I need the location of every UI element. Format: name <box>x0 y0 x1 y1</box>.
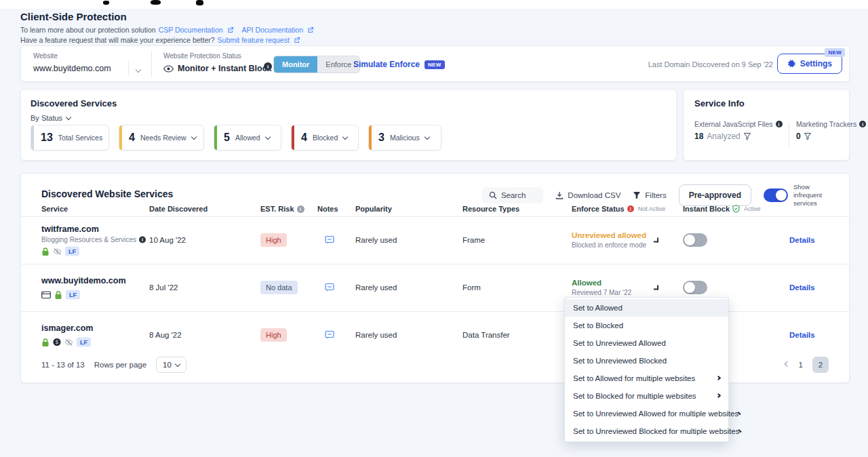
pagination-summary: 11 - 13 of 13 Rows per page 10 <box>41 357 186 373</box>
stat-needs-review[interactable]: 4 Needs Review <box>119 125 204 151</box>
protection-status-block: Website Protection Status Monitor + Inst… <box>163 52 272 73</box>
download-csv-button[interactable]: Download CSV <box>555 191 620 199</box>
details-link[interactable]: Details <box>789 236 815 244</box>
menu-item-set-unreviewed-blocked[interactable]: Set to Unreviewed Blocked <box>565 352 728 370</box>
popularity-cell: Rarely used <box>355 331 397 339</box>
show-infrequent-toggle[interactable] <box>764 188 788 202</box>
last-domain-discovered: Last Domain Discovered on 9 Sep '22 <box>648 60 773 68</box>
marketing-trackers-label: Marketing Trackers <box>796 120 856 128</box>
notes-icon[interactable] <box>325 283 334 292</box>
stat-accent-bar <box>31 125 34 150</box>
external-link-icon <box>307 26 314 33</box>
chevron-down-icon[interactable] <box>136 67 141 73</box>
filter-icon[interactable] <box>804 133 811 140</box>
instant-block-toggle[interactable] <box>683 233 707 247</box>
info-icon[interactable]: i <box>139 236 146 243</box>
popularity-cell: Rarely used <box>355 283 397 292</box>
enforce-status-sub: Reviewed 7 Mar '22 <box>572 289 631 296</box>
settings-label: Settings <box>800 59 832 68</box>
chevron-down-icon <box>175 361 180 367</box>
previous-page-button[interactable] <box>785 361 789 369</box>
divider <box>128 61 129 76</box>
csp-documentation-link[interactable]: CSP Documentation <box>159 26 223 34</box>
filters-button[interactable]: Filters <box>633 191 666 199</box>
service-info-title: Service Info <box>694 98 745 108</box>
risk-cell: High <box>260 236 287 244</box>
notes-icon[interactable] <box>325 331 334 340</box>
enforce-status-value: Unreviewed allowed <box>572 231 646 239</box>
enforce-status-menu: Set to Allowed Set to Blocked Set to Unr… <box>564 297 729 442</box>
pagination-range: 11 - 13 of 13 <box>41 361 85 369</box>
api-documentation-link[interactable]: API Documentation <box>242 26 303 34</box>
enforce-status-dropdown-chevron[interactable] <box>654 285 658 290</box>
menu-item-set-blocked[interactable]: Set to Blocked <box>565 317 728 334</box>
menu-item-set-unreviewed-allowed-multiple[interactable]: Set to Unreviewed Allowed for multiple w… <box>565 405 728 422</box>
menu-item-set-blocked-multiple[interactable]: Set to Blocked for multiple websites <box>565 387 728 405</box>
menu-item-set-allowed-multiple[interactable]: Set to Allowed for multiple websites <box>565 370 728 387</box>
lf-badge: LF <box>66 290 80 300</box>
menu-item-set-unreviewed-allowed[interactable]: Set to Unreviewed Allowed <box>565 334 728 352</box>
settings-button[interactable]: Settings NEW <box>777 54 842 74</box>
browser-window-icon <box>41 291 51 298</box>
service-category: Blogging Resources & Services <box>41 236 136 243</box>
column-header-date: Date Discovered <box>149 205 208 213</box>
info-icon[interactable]: i <box>859 121 866 127</box>
info-icon[interactable]: i <box>297 205 304 213</box>
website-label: Website <box>33 52 111 60</box>
table-row: twitframe.com Blogging Resources & Servi… <box>21 216 849 264</box>
notes-icon[interactable] <box>325 236 334 245</box>
date-discovered-cell: 10 Aug '22 <box>149 236 186 244</box>
website-bar: Website www.buyitdemo.com Website Protec… <box>20 45 850 82</box>
alert-icon: ! <box>627 205 634 212</box>
stat-allowed[interactable]: 5 Allowed <box>214 125 281 151</box>
stat-blocked[interactable]: 4 Blocked <box>291 125 359 151</box>
stat-value: 5 <box>224 132 230 144</box>
rows-per-page-label: Rows per page <box>94 361 146 369</box>
monitor-button[interactable]: Monitor <box>274 56 317 73</box>
search-input[interactable]: Search <box>482 187 543 203</box>
submit-feature-request-link[interactable]: Submit feature request <box>218 36 290 44</box>
details-link[interactable]: Details <box>789 331 815 339</box>
eye-slash-icon <box>64 338 73 346</box>
details-link[interactable]: Details <box>789 283 815 292</box>
service-name[interactable]: twitframe.com <box>41 224 146 234</box>
chevron-down-icon <box>191 134 196 140</box>
by-status-dropdown[interactable]: By Status <box>31 114 71 122</box>
menu-item-set-allowed[interactable]: Set to Allowed <box>565 299 728 317</box>
service-name[interactable]: www.buyitdemo.com <box>41 276 126 285</box>
website-select-value[interactable]: www.buyitdemo.com <box>33 64 111 73</box>
page-button-2-current[interactable]: 2 <box>812 357 829 373</box>
filter-icon <box>633 191 641 199</box>
chevron-down-icon <box>66 115 71 120</box>
stat-total-services[interactable]: 13 Total Services <box>31 125 109 151</box>
chevron-down-icon <box>342 134 348 140</box>
website-field[interactable]: Website www.buyitdemo.com <box>33 52 111 73</box>
enforce-status-value: Allowed <box>572 279 631 287</box>
menu-item-set-unreviewed-blocked-multiple[interactable]: Set to Unreviewed Blocked for multiple w… <box>565 422 728 440</box>
protection-status-value-row: Monitor + Instant Block <box>163 64 272 73</box>
risk-badge: No data <box>260 281 298 294</box>
rows-per-page-select[interactable]: 10 <box>156 357 186 373</box>
resource-types-cell: Data Transfer <box>462 331 510 339</box>
info-icon[interactable]: i <box>264 62 272 71</box>
column-header-notes: Notes <box>317 205 338 213</box>
page-button-1[interactable]: 1 <box>799 361 803 369</box>
intro-text: To learn more about our protection solut… <box>20 26 156 34</box>
column-header-enforce-status: Enforce Status ! Not Active <box>572 205 665 213</box>
column-header-popularity: Popularity <box>355 205 392 213</box>
stat-value: 4 <box>129 132 135 144</box>
stat-label: Needs Review <box>140 134 186 142</box>
filter-icon[interactable] <box>744 133 751 140</box>
enforce-status-dropdown-chevron[interactable] <box>654 238 658 243</box>
service-name[interactable]: ismager.com <box>41 323 93 333</box>
stat-malicious[interactable]: 3 Malicious <box>368 125 441 151</box>
stat-accent-bar <box>369 125 372 150</box>
pre-approved-button[interactable]: Pre-approved <box>679 184 751 206</box>
instant-block-cell <box>683 233 707 247</box>
risk-badge: High <box>260 233 287 247</box>
instant-block-toggle[interactable] <box>683 281 707 294</box>
stat-accent-bar <box>292 125 294 150</box>
info-icon[interactable]: i <box>776 121 783 127</box>
simulate-enforce-link[interactable]: Simulate Enforce <box>353 60 420 69</box>
chevron-right-icon <box>716 393 721 397</box>
